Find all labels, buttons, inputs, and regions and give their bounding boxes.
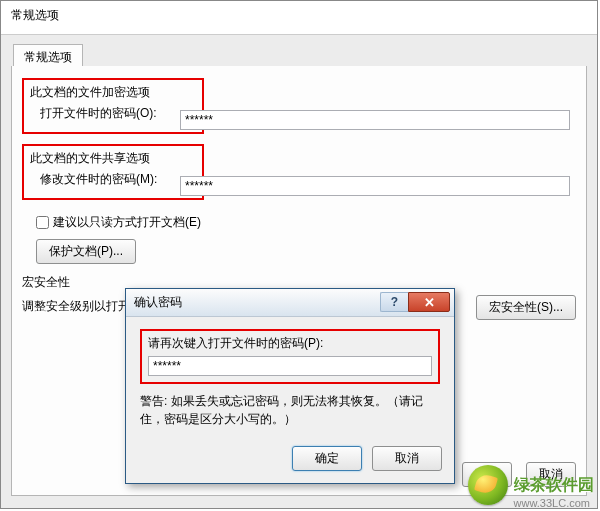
modify-password-input[interactable] [180, 176, 570, 196]
close-icon[interactable]: ✕ [408, 292, 450, 312]
dialog-button-row: 确定 取消 [126, 442, 454, 483]
open-password-input[interactable] [180, 110, 570, 130]
readonly-row: 建议以只读方式打开文档(E) [36, 214, 576, 231]
dialog-cancel-button[interactable]: 取消 [372, 446, 442, 471]
share-highlight: 此文档的文件共享选项 修改文件时的密码(M): [22, 144, 204, 200]
dialog-title: 确认密码 [134, 294, 182, 311]
encrypt-section-label: 此文档的文件加密选项 [30, 84, 196, 101]
readonly-checkbox[interactable] [36, 216, 49, 229]
encrypt-highlight: 此文档的文件加密选项 打开文件时的密码(O): [22, 78, 204, 134]
window-title: 常规选项 [1, 1, 597, 35]
open-password-label: 打开文件时的密码(O): [40, 105, 157, 122]
modify-password-label: 修改文件时的密码(M): [40, 171, 157, 188]
share-row: 此文档的文件共享选项 修改文件时的密码(M): [22, 144, 576, 208]
confirm-highlight: 请再次键入打开文件时的密码(P): [140, 329, 440, 384]
dialog-ok-button[interactable]: 确定 [292, 446, 362, 471]
main-cancel-button[interactable]: 取消 [526, 462, 576, 487]
confirm-prompt: 请再次键入打开文件时的密码(P): [148, 335, 432, 352]
tab-strip: 常规选项 [11, 43, 587, 67]
readonly-label: 建议以只读方式打开文档(E) [53, 214, 201, 231]
encrypt-row: 此文档的文件加密选项 打开文件时的密码(O): [22, 78, 576, 142]
help-icon[interactable]: ? [380, 292, 408, 312]
watermark-url: www.33LC.com [514, 497, 590, 509]
share-section-label: 此文档的文件共享选项 [30, 150, 196, 167]
protect-document-button[interactable]: 保护文档(P)... [36, 239, 136, 264]
password-warning: 警告: 如果丢失或忘记密码，则无法将其恢复。（请记住，密码是区分大小写的。） [140, 392, 440, 428]
dialog-body: 请再次键入打开文件时的密码(P): 警告: 如果丢失或忘记密码，则无法将其恢复。… [126, 317, 454, 442]
dialog-titlebar[interactable]: 确认密码 ? ✕ [126, 289, 454, 317]
confirm-password-input[interactable] [148, 356, 432, 376]
confirm-password-dialog: 确认密码 ? ✕ 请再次键入打开文件时的密码(P): 警告: 如果丢失或忘记密码… [125, 288, 455, 484]
main-button-row: 确定 取消 [462, 462, 576, 487]
macro-security-button[interactable]: 宏安全性(S)... [476, 295, 576, 320]
main-ok-button[interactable]: 确定 [462, 462, 512, 487]
